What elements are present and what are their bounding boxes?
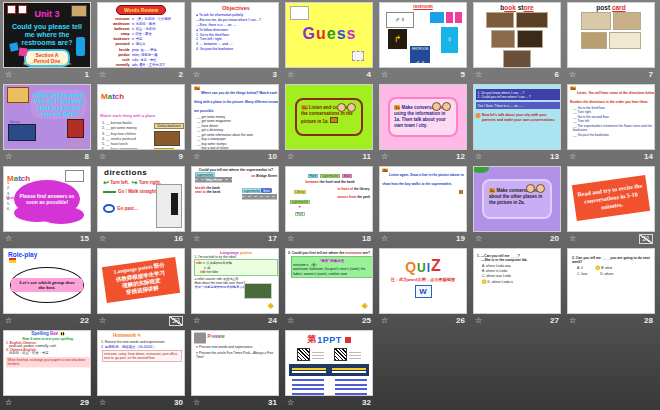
slide-number: 28: [644, 316, 653, 325]
slide-10-thumbnail[interactable]: 1aWhere can you do the things below? Mat…: [191, 84, 279, 150]
definition-list: n.（美）洗手间；公共厕所 n. 洗手间；厕所 n. 浴室；洗手间 v. 宿营；…: [132, 16, 171, 67]
qr-code-row: [286, 348, 372, 361]
slide-16-thumbnail[interactable]: directions ↩ Turn left. ↪ Turn right. Go…: [97, 166, 185, 232]
answer-pattern-bar: Yes / Sure. There is a … on ….: [476, 102, 560, 109]
transition-star-icon[interactable]: ☆: [193, 150, 200, 163]
transition-star-icon[interactable]: ☆: [5, 68, 12, 81]
activity-tag: 2a: [570, 87, 576, 91]
transition-star-icon[interactable]: ☆: [381, 150, 388, 163]
slide-26-thumbnail[interactable]: QUIZ 注：此为word文档，点击图标链接 W: [379, 248, 467, 314]
transition-star-icon[interactable]: ☆: [475, 314, 482, 327]
slide-number: 11: [363, 152, 371, 161]
transition-star-icon[interactable]: ☆: [287, 150, 294, 163]
slide-5-thumbnail[interactable]: restroom ♂♀ ↱ ♀ RESTROOM ♂♀: [379, 2, 467, 68]
slide-1-thumbnail[interactable]: Unit 3 Could you please tell me where th…: [3, 2, 91, 68]
slide-30-thumbnail[interactable]: Homework ✎ 1. Review the new words and e…: [97, 330, 185, 396]
transition-star-icon[interactable]: ☆: [475, 232, 482, 245]
slide-27-thumbnail[interactable]: 1. —Can you tell me ____? —She is in the…: [473, 248, 561, 314]
transition-star-icon[interactable]: ☆: [287, 314, 294, 327]
slide-cell: Role-play Let's see which group does the…: [3, 248, 97, 330]
figures-photo: [71, 5, 87, 17]
transition-star-icon[interactable]: ☆: [569, 314, 576, 327]
transition-star-icon[interactable]: ☆: [99, 396, 106, 409]
slide-6-thumbnail[interactable]: book store: [473, 2, 561, 68]
slide-cell: 1bListen and complete the conversations …: [285, 84, 379, 166]
homework-title: Homework ✎: [113, 333, 185, 338]
transition-star-icon[interactable]: ☆: [475, 150, 482, 163]
flag-icon: [9, 258, 16, 263]
across-text: across from the park: [337, 195, 370, 199]
vocab-note-box: “厕所”的表达法 restroom n.（美） washroom; bathro…: [291, 257, 373, 278]
transition-star-icon[interactable]: ☆: [569, 150, 576, 163]
transition-star-icon[interactable]: ☆: [193, 314, 200, 327]
transition-star-icon[interactable]: ☆: [5, 314, 12, 327]
transition-star-icon[interactable]: ☆: [5, 232, 12, 245]
match-item-list: 1. __ borrow books 2. __ get some money …: [98, 121, 154, 150]
slide-7-thumbnail[interactable]: post card: [567, 2, 655, 68]
spelling-bee-title: Spelling Bee: [4, 331, 91, 336]
postcard-photo: [613, 12, 641, 30]
transition-star-icon[interactable]: ☆: [287, 396, 294, 409]
transition-star-icon[interactable]: ☆: [99, 68, 106, 81]
transition-star-icon[interactable]: ☆: [99, 232, 106, 245]
slide-32-thumbnail[interactable]: 第1PPT: [285, 330, 373, 396]
slide-8-thumbnail[interactable]: Please call my name! Who am I? And what …: [3, 84, 91, 150]
slide-cell: Match Match each thing with a place. 1. …: [3, 166, 97, 248]
slide-4-thumbnail[interactable]: G u e s s: [285, 2, 373, 68]
slide-3-thumbnail[interactable]: Objectives ● To ask for information poli…: [191, 2, 279, 68]
slide-17-thumbnail[interactable]: Could you tell me where the supermarket …: [191, 166, 279, 232]
slide-cell: Match Match each thing with a place. 1. …: [97, 84, 191, 166]
transition-star-icon[interactable]: ☆: [193, 68, 200, 81]
slide-20-thumbnail[interactable]: 2cMake conversations about the other pla…: [473, 166, 561, 232]
slide-number: 18: [362, 234, 371, 243]
qr-code-image: [334, 348, 347, 361]
example-sentence: 2. Could you first tell me where the res…: [288, 251, 373, 256]
transition-star-icon[interactable]: ☆: [193, 232, 200, 245]
between-text: between the hotel and the bank: [286, 180, 373, 184]
logo-mark-icon: [345, 337, 351, 343]
slide-9-thumbnail[interactable]: Match Match each thing with a place. 1. …: [97, 84, 185, 150]
slide-11-thumbnail[interactable]: 1bListen and complete the conversations …: [285, 84, 373, 150]
transition-star-icon[interactable]: ☆: [5, 150, 12, 163]
slide-2-thumbnail[interactable]: Words Review restroom washroom bathroom …: [97, 2, 185, 68]
transition-star-icon[interactable]: ☆: [569, 232, 576, 245]
template-credit: 第一PPT模板网 www.1ppt.com: [4, 62, 90, 66]
straight-line-icon: [103, 191, 116, 193]
slide-25-thumbnail[interactable]: 2. Could you first tell me where the res…: [285, 248, 373, 314]
slide-number: 29: [80, 398, 89, 407]
street-road: Bridge Street: [195, 177, 232, 183]
slide-22-thumbnail[interactable]: Role-play Let's see which group does the…: [3, 248, 91, 314]
slide-21-thumbnail[interactable]: Read and try to recite the conversations…: [567, 166, 655, 232]
quiz-correct-option: B. what: [596, 266, 613, 271]
slide-18-thumbnail[interactable]: Hotel supermarket Bank between the hotel…: [285, 166, 373, 232]
transition-star-icon[interactable]: ☆: [5, 396, 12, 409]
slide-19-thumbnail[interactable]: 2bListen again. Draw a line in the pictu…: [379, 166, 467, 232]
slide-24-thumbnail[interactable]: Language points 1. I'm excited to try th…: [191, 248, 279, 314]
slide-28-thumbnail[interactable]: 2. Can you tell me ____ you are going to…: [567, 248, 655, 314]
note-line: washroom; bathroom; the gent's; men's (r…: [293, 267, 371, 276]
banner-text-block: [332, 368, 366, 373]
word-document-icon[interactable]: W: [415, 285, 432, 298]
slide-15-thumbnail[interactable]: Match Match each thing with a place. 1. …: [3, 166, 91, 232]
transition-star-icon[interactable]: ☆: [287, 232, 294, 245]
transition-star-icon[interactable]: ☆: [99, 314, 106, 327]
slide-31-thumbnail[interactable]: Preview ♥Preview new words and expressio…: [191, 330, 279, 396]
slide-13-thumbnail[interactable]: 1. Do you know where I can …? 2. Could y…: [473, 84, 561, 150]
transition-star-icon[interactable]: ☆: [193, 396, 200, 409]
transition-star-icon[interactable]: ☆: [99, 150, 106, 163]
slide-14-thumbnail[interactable]: 2aListen. You will hear some of the dire…: [567, 84, 655, 150]
transition-star-icon[interactable]: ☆: [475, 68, 482, 81]
transition-star-icon[interactable]: ☆: [569, 68, 576, 81]
slide-12-thumbnail[interactable]: 1cMake conversations using the informati…: [379, 84, 467, 150]
road: [242, 194, 277, 200]
slide-29-thumbnail[interactable]: Spelling Bee Now 2 mins to test your spe…: [3, 330, 91, 396]
transition-star-icon[interactable]: ☆: [381, 68, 388, 81]
bookstore-photo: [503, 50, 531, 68]
transition-star-icon[interactable]: ☆: [287, 68, 294, 81]
slide-23-thumbnail[interactable]: Language points 部分 供教师根据学生学习 理解的实际程度 穿插选…: [97, 248, 185, 314]
slide-number: 15: [80, 234, 89, 243]
vocab-note-box: ride n. 供乘骑的游乐设施 v. 骑 ride her bike: [194, 260, 278, 276]
activity-instructions: Where can you do the things below? Match…: [194, 91, 279, 113]
transition-star-icon[interactable]: ☆: [381, 314, 388, 327]
transition-star-icon[interactable]: ☆: [381, 232, 388, 245]
